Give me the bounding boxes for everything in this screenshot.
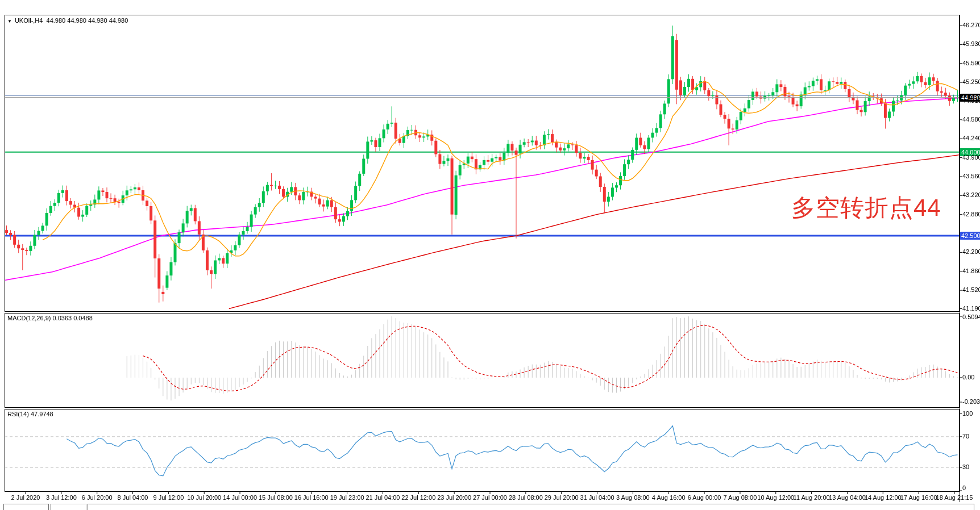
price-tick-label: 42.200 — [962, 248, 980, 255]
time-axis-label: 23 Jul 20:00 — [437, 494, 471, 501]
price-tick-label: 43.900 — [962, 154, 980, 161]
price-tick-label: 43.560 — [962, 173, 980, 179]
time-axis-label: 6 Jul 20:00 — [82, 494, 113, 501]
time-axis-label: 19 Jul 23:00 — [330, 494, 364, 501]
price-tick-label: 45.590 — [962, 60, 980, 66]
macd-values: 0.0363 0.0488 — [52, 315, 92, 321]
price-tick-label: 43.220 — [962, 191, 980, 198]
macd-tick-label: -0.2032 — [962, 398, 980, 405]
time-axis-label: 13 Aug 04:00 — [829, 494, 866, 501]
price-tick-label: 45.250 — [962, 78, 980, 85]
price-tick-label: 42.880 — [962, 211, 980, 218]
price-tick-label: 44.240 — [962, 135, 980, 141]
time-axis-label: 6 Aug 00:00 — [688, 494, 721, 501]
rsi-value: 47.9748 — [31, 411, 53, 417]
chart-title: ▼UKOil-,H4 44.980 44.980 44.980 44.980 — [7, 17, 128, 24]
time-axis-label: 18 Aug 21:15 — [936, 494, 973, 501]
chart-tab[interactable] — [50, 504, 86, 510]
time-axis-label: 16 Jul 16:00 — [294, 494, 329, 501]
trend-annotation-text[interactable]: 多空转折点44 — [791, 192, 941, 224]
mt4-chart-window: ⠿⠿F A T ⇅ ▼ M1M5M15M30H1H4D1W1MN ▼UKOil-… — [0, 0, 980, 510]
time-axis-label: 10 Jul 20:00 — [187, 494, 221, 501]
time-axis-label: 15 Jul 08:00 — [259, 494, 293, 501]
time-axis-label: 21 Jul 04:00 — [366, 494, 400, 501]
macd-tick-label: 0.00 — [962, 374, 974, 381]
time-axis-label: 31 Jul 04:00 — [580, 494, 614, 501]
time-axis-label: 4 Aug 16:00 — [652, 494, 686, 501]
tab-scroll-area[interactable] — [88, 504, 974, 510]
price-tick-label: 45.930 — [962, 40, 980, 47]
time-axis-label: 10 Aug 12:00 — [757, 494, 794, 501]
price-tick-label: 41.190 — [962, 305, 980, 312]
price-tick-label: 46.270 — [962, 22, 980, 28]
macd-indicator-label: MACD(12,26,9) 0.0363 0.0488 — [7, 315, 93, 321]
time-axis-label: 7 Aug 08:00 — [724, 494, 757, 501]
time-axis-label: 29 Jul 20:00 — [545, 494, 579, 501]
time-axis-label: 3 Aug 08:00 — [616, 494, 650, 501]
rsi-tick-label: 100 — [962, 410, 973, 417]
time-axis-label: 3 Jul 12:00 — [46, 494, 77, 501]
price-tick-label: 41.520 — [962, 286, 980, 293]
rsi-indicator-label: RSI(14) 47.9748 — [7, 411, 53, 417]
chart-tab[interactable] — [3, 504, 49, 510]
rsi-tick-label: 30 — [962, 463, 969, 470]
time-axis-label: 27 Jul 00:00 — [473, 494, 507, 501]
macd-tick-label: 0.5094 — [962, 313, 980, 320]
price-tick-label: 41.860 — [962, 267, 980, 274]
time-axis-label: 14 Jul 00:00 — [223, 494, 257, 501]
chart-canvas[interactable] — [0, 0, 980, 510]
chart-caret-icon[interactable]: ▼ — [7, 19, 12, 24]
rsi-tick-label: 0 — [962, 484, 966, 491]
time-axis-label: 11 Aug 20:00 — [794, 494, 830, 501]
rsi-tick-label: 70 — [962, 433, 969, 440]
chart-symbol: UKOil-,H4 — [15, 17, 43, 24]
time-axis-label: 9 Jul 12:00 — [153, 494, 184, 501]
time-axis-label: 28 Jul 08:00 — [509, 494, 543, 501]
time-axis-label: 2 Jul 2020 — [11, 494, 40, 501]
price-tick-label: 44.580 — [962, 116, 980, 123]
price-tick-label: 44.910 — [962, 97, 980, 104]
time-axis-label: 14 Aug 12:00 — [865, 494, 902, 501]
chart-ohlc-values: 44.980 44.980 44.980 44.980 — [47, 17, 128, 24]
time-axis-label: 8 Jul 04:00 — [118, 494, 148, 501]
time-axis-label: 17 Aug 16:00 — [900, 494, 937, 501]
time-axis-label: 22 Jul 12:00 — [401, 494, 435, 501]
blue-line-price-badge: 42.500 — [960, 232, 980, 240]
